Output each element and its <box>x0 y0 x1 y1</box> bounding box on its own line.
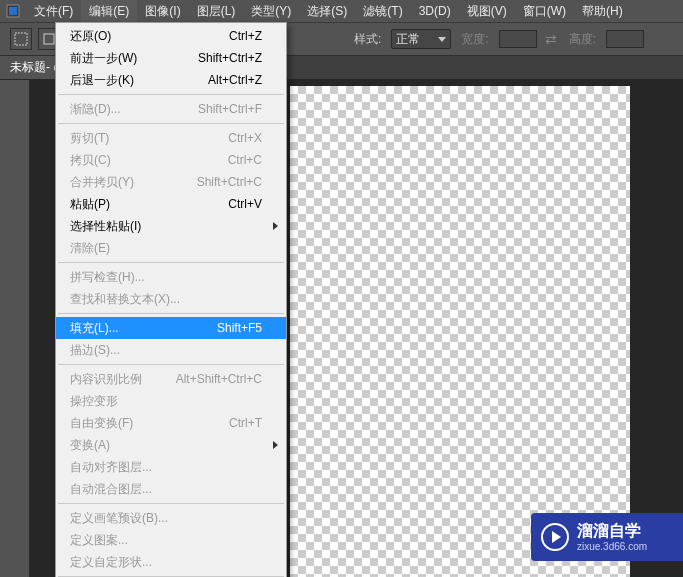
chevron-right-icon <box>273 441 278 449</box>
menu-view[interactable]: 视图(V) <box>459 0 515 23</box>
menu-item-9[interactable]: 粘贴(P)Ctrl+V <box>56 193 286 215</box>
menu-separator <box>58 313 284 314</box>
menu-type[interactable]: 类型(Y) <box>243 0 299 23</box>
menu-item-label: 前进一步(W) <box>70 50 198 67</box>
menu-item-shortcut: Shift+F5 <box>217 321 262 335</box>
transparent-canvas[interactable] <box>290 86 630 577</box>
play-circle-icon <box>541 523 569 551</box>
menu-item-label: 操控变形 <box>70 393 262 410</box>
svg-rect-3 <box>44 34 54 44</box>
menu-item-label: 后退一步(K) <box>70 72 208 89</box>
menu-item-shortcut: Ctrl+Z <box>229 29 262 43</box>
menu-item-28: 定义自定形状... <box>56 551 286 573</box>
menu-item-label: 自由变换(F) <box>70 415 229 432</box>
menu-item-label: 合并拷贝(Y) <box>70 174 197 191</box>
menu-item-label: 查找和替换文本(X)... <box>70 291 262 308</box>
menu-edit[interactable]: 编辑(E) <box>81 0 137 23</box>
svg-rect-2 <box>15 33 27 45</box>
menu-separator <box>58 503 284 504</box>
menu-item-23: 自动对齐图层... <box>56 456 286 478</box>
menu-item-shortcut: Ctrl+T <box>229 416 262 430</box>
menu-item-label: 自动对齐图层... <box>70 459 262 476</box>
menu-help[interactable]: 帮助(H) <box>574 0 631 23</box>
menu-item-8: 合并拷贝(Y)Shift+Ctrl+C <box>56 171 286 193</box>
menu-item-label: 还原(O) <box>70 28 229 45</box>
menu-item-27: 定义图案... <box>56 529 286 551</box>
app-icon <box>4 2 22 20</box>
menu-item-22: 变换(A) <box>56 434 286 456</box>
menu-item-24: 自动混合图层... <box>56 478 286 500</box>
menu-item-label: 粘贴(P) <box>70 196 228 213</box>
menu-item-14: 查找和替换文本(X)... <box>56 288 286 310</box>
menu-item-shortcut: Shift+Ctrl+F <box>198 102 262 116</box>
menu-item-shortcut: Shift+Ctrl+C <box>197 175 262 189</box>
menu-item-label: 清除(E) <box>70 240 262 257</box>
menu-filter[interactable]: 滤镜(T) <box>355 0 410 23</box>
menu-item-label: 变换(A) <box>70 437 262 454</box>
menu-item-label: 定义画笔预设(B)... <box>70 510 262 527</box>
edit-dropdown-menu: 还原(O)Ctrl+Z前进一步(W)Shift+Ctrl+Z后退一步(K)Alt… <box>55 22 287 577</box>
width-label: 宽度: <box>461 31 488 48</box>
menu-separator <box>58 94 284 95</box>
menu-item-label: 定义图案... <box>70 532 262 549</box>
menu-separator <box>58 364 284 365</box>
height-label: 高度: <box>569 31 596 48</box>
style-select[interactable]: 正常 <box>391 29 451 49</box>
menu-item-shortcut: Alt+Shift+Ctrl+C <box>176 372 262 386</box>
menu-image[interactable]: 图像(I) <box>137 0 188 23</box>
menu-file[interactable]: 文件(F) <box>26 0 81 23</box>
menu-item-10[interactable]: 选择性粘贴(I) <box>56 215 286 237</box>
menu-item-label: 内容识别比例 <box>70 371 176 388</box>
menu-3d[interactable]: 3D(D) <box>411 1 459 21</box>
branding-subtitle: zixue.3d66.com <box>577 541 647 553</box>
swap-dimensions-icon[interactable]: ⇄ <box>543 31 559 47</box>
menu-item-label: 填充(L)... <box>70 320 217 337</box>
menu-item-label: 描边(S)... <box>70 342 262 359</box>
menu-item-shortcut: Alt+Ctrl+Z <box>208 73 262 87</box>
height-input[interactable] <box>606 30 644 48</box>
branding-title: 溜溜自学 <box>577 521 647 540</box>
menu-item-label: 剪切(T) <box>70 130 228 147</box>
menu-item-17: 描边(S)... <box>56 339 286 361</box>
chevron-down-icon <box>438 37 446 42</box>
menu-item-21: 自由变换(F)Ctrl+T <box>56 412 286 434</box>
menu-item-19: 内容识别比例Alt+Shift+Ctrl+C <box>56 368 286 390</box>
branding-badge[interactable]: 溜溜自学 zixue.3d66.com <box>531 513 683 561</box>
svg-rect-1 <box>9 7 17 15</box>
tool-strip <box>0 80 30 577</box>
menu-item-6: 剪切(T)Ctrl+X <box>56 127 286 149</box>
menu-item-0[interactable]: 还原(O)Ctrl+Z <box>56 25 286 47</box>
menu-separator <box>58 123 284 124</box>
menu-item-shortcut: Ctrl+X <box>228 131 262 145</box>
menu-item-4: 渐隐(D)...Shift+Ctrl+F <box>56 98 286 120</box>
chevron-right-icon <box>273 222 278 230</box>
menu-window[interactable]: 窗口(W) <box>515 0 574 23</box>
menu-item-11: 清除(E) <box>56 237 286 259</box>
menu-bar: 文件(F) 编辑(E) 图像(I) 图层(L) 类型(Y) 选择(S) 滤镜(T… <box>0 0 683 22</box>
menu-item-shortcut: Shift+Ctrl+Z <box>198 51 262 65</box>
menu-item-label: 定义自定形状... <box>70 554 262 571</box>
style-select-value: 正常 <box>396 31 420 48</box>
menu-item-13: 拼写检查(H)... <box>56 266 286 288</box>
menu-item-7: 拷贝(C)Ctrl+C <box>56 149 286 171</box>
style-label: 样式: <box>354 31 381 48</box>
menu-item-label: 渐隐(D)... <box>70 101 198 118</box>
menu-item-16[interactable]: 填充(L)...Shift+F5 <box>56 317 286 339</box>
menu-separator <box>58 262 284 263</box>
menu-item-26: 定义画笔预设(B)... <box>56 507 286 529</box>
menu-layer[interactable]: 图层(L) <box>189 0 244 23</box>
menu-select[interactable]: 选择(S) <box>299 0 355 23</box>
menu-item-shortcut: Ctrl+C <box>228 153 262 167</box>
marquee-tool-icon[interactable] <box>10 28 32 50</box>
width-input[interactable] <box>499 30 537 48</box>
menu-item-label: 拷贝(C) <box>70 152 228 169</box>
menu-item-label: 选择性粘贴(I) <box>70 218 262 235</box>
menu-item-label: 拼写检查(H)... <box>70 269 262 286</box>
menu-item-20: 操控变形 <box>56 390 286 412</box>
menu-item-2[interactable]: 后退一步(K)Alt+Ctrl+Z <box>56 69 286 91</box>
menu-item-1[interactable]: 前进一步(W)Shift+Ctrl+Z <box>56 47 286 69</box>
menu-item-shortcut: Ctrl+V <box>228 197 262 211</box>
menu-item-label: 自动混合图层... <box>70 481 262 498</box>
